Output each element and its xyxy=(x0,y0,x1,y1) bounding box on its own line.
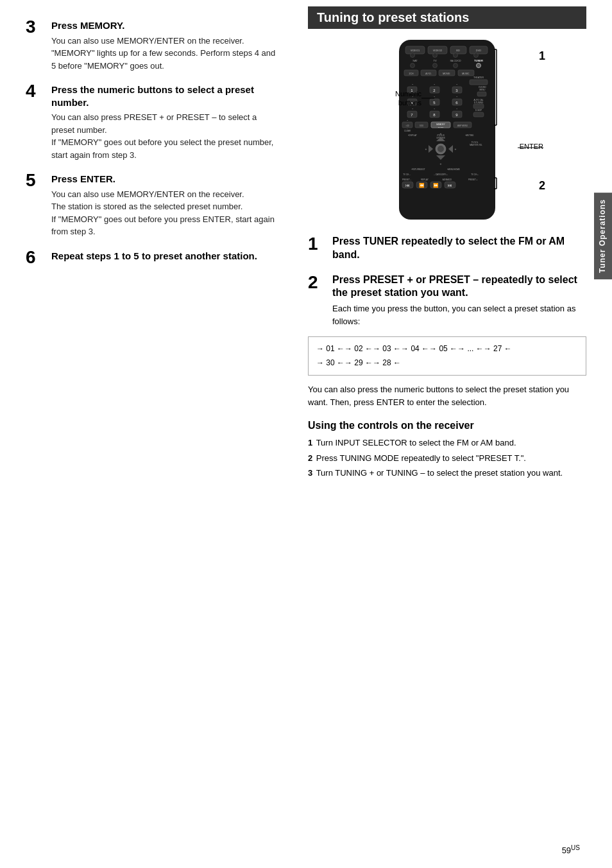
remote-container: Numericbuttons ENTER 1 2 VIDEO1 xyxy=(308,37,586,225)
svg-text:⏮: ⏮ xyxy=(405,183,410,187)
callout-1: 1 xyxy=(539,49,545,63)
svg-text:TV: TV xyxy=(433,59,436,62)
svg-point-11 xyxy=(454,53,458,58)
svg-rect-56 xyxy=(473,104,484,108)
step-5-number: 5 xyxy=(26,171,46,189)
sub-section-title: Using the controls on the receiver xyxy=(308,420,586,431)
right-step-2-number: 2 xyxy=(308,273,327,291)
right-step-2-content: Press PRESET + or PRESET – repeatedly to… xyxy=(332,273,586,328)
remote-svg: VIDEO1 VIDEO2 BD DVD SAT TV xyxy=(380,37,514,223)
list-item-1-num: 1 xyxy=(308,438,312,447)
right-column: Tuning to preset stations Numericbuttons… xyxy=(295,0,612,868)
preset-flow-line1: → 01 ←→ 02 ←→ 03 ←→ 04 ←→ 05 ←→ ... ←→ 2… xyxy=(316,342,578,356)
step-3-body: You can also use MEMORY/ENTER on the rec… xyxy=(51,35,276,73)
list-item-1-text: Turn INPUT SELECTOR to select the FM or … xyxy=(316,438,516,447)
svg-text:ENTER: ENTER xyxy=(438,126,444,128)
controls-list-item-1: 1 Turn INPUT SELECTOR to select the FM o… xyxy=(308,437,586,449)
svg-text:⏭: ⏭ xyxy=(448,183,452,187)
svg-text:A.F.D.: A.F.D. xyxy=(425,73,432,75)
step-4-content: Press the numeric buttons to select a pr… xyxy=(51,83,276,161)
enter-label: ENTER xyxy=(520,143,543,150)
right-step-1-content: Press TUNER repeatedly to select the FM … xyxy=(332,235,586,265)
svg-text:•DISPLAY: •DISPLAY xyxy=(408,134,417,137)
right-step-1-title: Press TUNER repeatedly to select the FM … xyxy=(332,235,586,262)
page-number-value: 59 xyxy=(562,846,571,855)
controls-list: 1 Turn INPUT SELECTOR to select the FM o… xyxy=(308,437,586,480)
svg-point-91 xyxy=(438,146,444,152)
section-header: Tuning to preset stations xyxy=(308,6,586,29)
svg-point-16 xyxy=(411,64,415,68)
right-step-2-body: Each time you press the button, you can … xyxy=(332,302,586,327)
page-container: 3 Press MEMORY. You can also use MEMORY/… xyxy=(0,0,612,868)
svg-text:PRESET –: PRESET – xyxy=(402,178,412,181)
list-item-2-text: Press TUNING MODE repeatedly to select "… xyxy=(316,453,526,463)
svg-text:THEATER: THEATER xyxy=(473,76,484,79)
svg-text:AMP MENU: AMP MENU xyxy=(457,125,468,127)
svg-text:MOVIE: MOVIE xyxy=(443,73,450,75)
svg-text:•MUTING: •MUTING xyxy=(466,134,475,137)
list-item-3-num: 3 xyxy=(308,468,312,478)
controls-list-item-3: 3 Turn TUNING + or TUNING – to select th… xyxy=(308,467,586,480)
svg-text:PRESET +: PRESET + xyxy=(468,178,478,181)
preset-diagram: → 01 ←→ 02 ←→ 03 ←→ 04 ←→ 05 ←→ ... ←→ 2… xyxy=(308,336,586,376)
svg-point-22 xyxy=(477,64,481,68)
step2-extra-text: You can also press the numeric buttons t… xyxy=(308,383,586,408)
svg-text:VIDEO1: VIDEO1 xyxy=(411,49,420,52)
svg-text:SAT: SAT xyxy=(412,59,418,62)
step-6-title: Repeat steps 1 to 5 to preset another st… xyxy=(51,250,276,263)
svg-text:VIDEO2: VIDEO2 xyxy=(433,49,443,52)
svg-text:•MENU/HOME: •MENU/HOME xyxy=(447,168,460,171)
step-3-title: Press MEMORY. xyxy=(51,19,276,32)
svg-text:MENU: MENU xyxy=(480,89,486,91)
left-column: 3 Press MEMORY. You can also use MEMORY/… xyxy=(0,0,295,868)
svg-text:+: + xyxy=(440,162,442,166)
svg-rect-32 xyxy=(470,80,488,85)
svg-text:REPLAY: REPLAY xyxy=(421,178,429,181)
svg-text:ADVANCE: ADVANCE xyxy=(443,178,452,181)
svg-text:BD: BD xyxy=(456,49,460,52)
step-6-content: Repeat steps 1 to 5 to preset another st… xyxy=(51,250,276,265)
step-6: 6 Repeat steps 1 to 5 to preset another … xyxy=(26,250,276,266)
list-item-3-text: Turn TUNING + or TUNING – to select the … xyxy=(316,468,563,478)
numeric-buttons-label: Numericbuttons xyxy=(373,89,421,108)
step-4-number: 4 xyxy=(26,82,46,100)
svg-text:•RETURN/EXIT: •RETURN/EXIT xyxy=(411,168,425,171)
step-5-content: Press ENTER. You can also use MEMORY/ENT… xyxy=(51,173,276,238)
step-5-title: Press ENTER. xyxy=(51,173,276,186)
right-step-1-number: 1 xyxy=(308,235,327,253)
page-number-superscript: US xyxy=(571,844,580,851)
svg-text:D.SKIP: D.SKIP xyxy=(475,109,482,112)
svg-text:2CH: 2CH xyxy=(409,73,413,75)
svg-point-18 xyxy=(433,64,438,68)
svg-text:TV CH +: TV CH + xyxy=(471,173,479,176)
step-6-number: 6 xyxy=(26,248,46,266)
svg-text:D.TUNING: D.TUNING xyxy=(474,101,484,104)
svg-text:+: + xyxy=(425,147,427,151)
svg-text:TUNER: TUNER xyxy=(474,59,483,62)
svg-rect-35 xyxy=(477,92,486,96)
controls-list-item-2: 2 Press TUNING MODE repeatedly to select… xyxy=(308,452,586,465)
right-step-2: 2 Press PRESET + or PRESET – repeatedly … xyxy=(308,273,586,328)
svg-point-8 xyxy=(433,53,438,58)
svg-text:TV CH –: TV CH – xyxy=(403,173,411,176)
svg-text:0/10: 0/10 xyxy=(420,125,423,127)
svg-text:MUSIC: MUSIC xyxy=(462,73,470,75)
step-5-body: You can also use MEMORY/ENTER on the rec… xyxy=(51,188,276,238)
step-4-title: Press the numeric buttons to select a pr… xyxy=(51,83,276,108)
svg-text:+: + xyxy=(455,147,457,151)
svg-point-20 xyxy=(454,64,458,68)
list-item-2-num: 2 xyxy=(308,453,312,463)
svg-rect-58 xyxy=(473,112,484,117)
svg-text:+: + xyxy=(440,132,442,135)
svg-text:DVD: DVD xyxy=(476,49,482,52)
svg-text:SA-CD/CD: SA-CD/CD xyxy=(450,60,461,62)
page-number: 59US xyxy=(562,844,580,855)
svg-text:MASTER VOL: MASTER VOL xyxy=(470,144,482,146)
svg-text:>10: >10 xyxy=(405,125,409,127)
callout-2: 2 xyxy=(539,179,545,193)
svg-point-14 xyxy=(474,53,479,58)
step-4-body: You can also press PRESET + or PRESET – … xyxy=(51,111,276,161)
svg-text:CLEAR: CLEAR xyxy=(404,130,411,132)
right-step-2-title: Press PRESET + or PRESET – repeatedly to… xyxy=(332,273,586,300)
step-3-content: Press MEMORY. You can also use MEMORY/EN… xyxy=(51,19,276,72)
